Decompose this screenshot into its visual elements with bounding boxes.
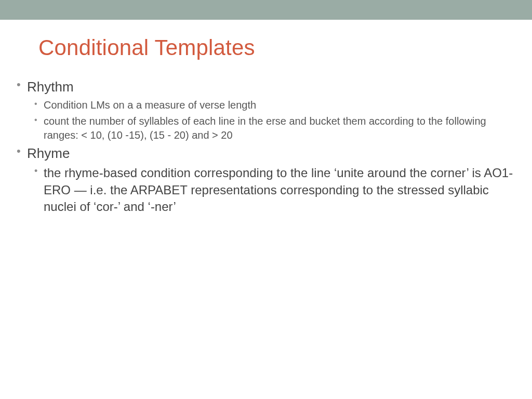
list-item: Rhythm Condition LMs on a a measure of v…	[16, 78, 516, 142]
slide-content: Conditional Templates Rhythm Condition L…	[0, 20, 532, 215]
list-item: count the number of syllables of each li…	[34, 114, 516, 142]
bullet-label: count the number of syllables of each li…	[44, 115, 486, 141]
bullet-label: the rhyme-based condition corresponding …	[44, 166, 513, 214]
bullet-label: Condition LMs on a a measure of verse le…	[44, 99, 256, 111]
slide-title: Conditional Templates	[38, 35, 516, 60]
header-bar	[0, 0, 532, 20]
bullet-list: Rhythm Condition LMs on a a measure of v…	[16, 78, 516, 215]
sub-list: Condition LMs on a a measure of verse le…	[34, 98, 516, 142]
list-item: the rhyme-based condition corresponding …	[34, 165, 516, 215]
bullet-label: Rhyme	[27, 145, 70, 161]
slide: Conditional Templates Rhythm Condition L…	[0, 0, 532, 399]
list-item: Condition LMs on a a measure of verse le…	[34, 98, 516, 112]
list-item: Rhyme the rhyme-based condition correspo…	[16, 144, 516, 215]
sub-list: the rhyme-based condition corresponding …	[34, 165, 516, 215]
bullet-label: Rhythm	[27, 79, 74, 95]
